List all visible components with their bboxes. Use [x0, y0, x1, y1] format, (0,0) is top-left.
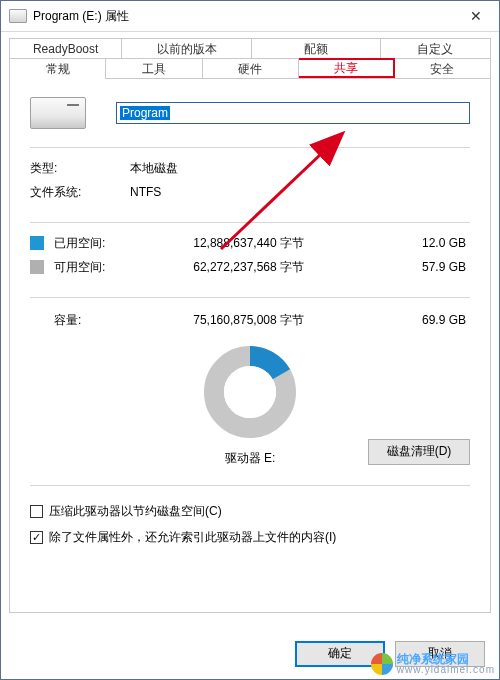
- dialog-footer: 确定 取消: [295, 641, 485, 667]
- tab-panel-general: Program 类型: 本地磁盘 文件系统: NTFS 已用空间: 12,888…: [9, 78, 491, 613]
- capacity-gb: 69.9 GB: [304, 313, 470, 327]
- tab-hardware[interactable]: 硬件: [203, 58, 299, 79]
- tab-general[interactable]: 常规: [9, 58, 106, 79]
- compress-label: 压缩此驱动器以节约磁盘空间(C): [49, 503, 222, 520]
- capacity-label: 容量:: [54, 312, 134, 329]
- compress-checkbox[interactable]: [30, 505, 43, 518]
- free-space-bytes: 62,272,237,568 字节: [134, 259, 304, 276]
- tab-sharing[interactable]: 共享: [299, 58, 394, 78]
- titlebar: Program (E:) 属性 ✕: [1, 1, 499, 32]
- filesystem-label: 文件系统:: [30, 184, 130, 201]
- tab-row-2: 常规 工具 硬件 共享 安全: [9, 58, 491, 79]
- cancel-button[interactable]: 取消: [395, 641, 485, 667]
- window-title: Program (E:) 属性: [33, 8, 453, 25]
- tab-quota[interactable]: 配额: [252, 38, 380, 59]
- drive-letter-label: 驱动器 E:: [225, 450, 276, 467]
- drive-name-value: Program: [120, 106, 170, 120]
- usage-donut-chart: [190, 342, 310, 442]
- ok-button[interactable]: 确定: [295, 641, 385, 667]
- index-checkbox[interactable]: ✓: [30, 531, 43, 544]
- tab-readyboost[interactable]: ReadyBoost: [9, 38, 122, 59]
- svg-point-1: [224, 366, 276, 418]
- index-label: 除了文件属性外，还允许索引此驱动器上文件的内容(I): [49, 529, 336, 546]
- filesystem-value: NTFS: [130, 185, 161, 199]
- drive-large-icon: [30, 97, 86, 129]
- type-label: 类型:: [30, 160, 130, 177]
- free-space-gb: 57.9 GB: [304, 260, 470, 274]
- tab-security[interactable]: 安全: [395, 58, 491, 79]
- tab-tools[interactable]: 工具: [106, 58, 202, 79]
- used-space-gb: 12.0 GB: [304, 236, 470, 250]
- drive-icon: [9, 9, 27, 23]
- used-space-bytes: 12,888,637,440 字节: [134, 235, 304, 252]
- tab-previous-versions[interactable]: 以前的版本: [122, 38, 252, 59]
- type-value: 本地磁盘: [130, 160, 178, 177]
- capacity-bytes: 75,160,875,008 字节: [134, 312, 304, 329]
- free-space-label: 可用空间:: [54, 259, 134, 276]
- tab-row-1: ReadyBoost 以前的版本 配额 自定义: [9, 38, 491, 59]
- used-color-swatch: [30, 236, 44, 250]
- used-space-label: 已用空间:: [54, 235, 134, 252]
- disk-cleanup-button[interactable]: 磁盘清理(D): [368, 439, 470, 465]
- drive-name-input[interactable]: Program: [116, 102, 470, 124]
- free-color-swatch: [30, 260, 44, 274]
- close-button[interactable]: ✕: [453, 1, 499, 31]
- tab-custom[interactable]: 自定义: [381, 38, 491, 59]
